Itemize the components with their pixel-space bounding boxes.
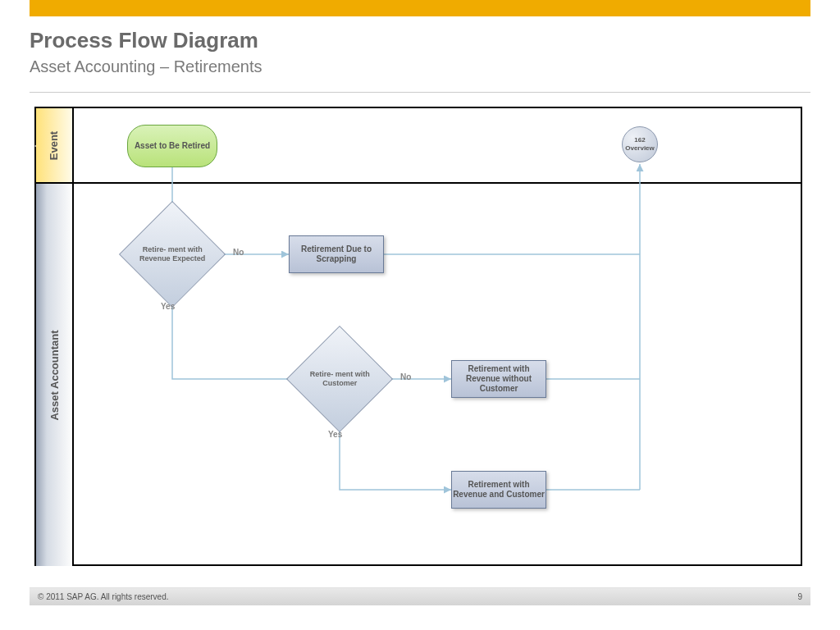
- node-decision-revenue-label: Retire- ment with Revenue Expected: [135, 245, 209, 263]
- accent-bar: [30, 0, 810, 16]
- swimlane-event-label: Event: [48, 130, 61, 159]
- edge-d1-yes: Yes: [161, 302, 175, 311]
- node-revenue-customer-label: Retirement with Revenue and Customer: [452, 480, 546, 500]
- node-scrapping: Retirement Due to Scrapping: [289, 235, 384, 273]
- node-start-event: Asset to Be Retired: [127, 125, 217, 167]
- page-subtitle: Asset Accounting – Retirements: [30, 57, 262, 76]
- node-decision-customer: Retire- ment with Customer: [286, 326, 393, 432]
- swimlane-event: Event: [36, 108, 74, 182]
- diagram-frame: Event Asset Accountant Asset to Be Retir: [34, 107, 802, 566]
- node-revenue-no-customer: Retirement with Revenue without Customer: [451, 360, 546, 398]
- node-decision-revenue: Retire- ment with Revenue Expected: [119, 201, 226, 308]
- node-overview-label: 162 Overview: [623, 136, 657, 152]
- node-revenue-no-customer-label: Retirement with Revenue without Customer: [452, 364, 546, 394]
- footer-copyright: © 2011 SAP AG. All rights reserved.: [38, 592, 169, 601]
- node-start-label: Asset to Be Retired: [135, 141, 210, 151]
- swimlane-asset-label: Asset Accountant: [48, 330, 61, 420]
- footer-bar: © 2011 SAP AG. All rights reserved. 9: [30, 587, 810, 605]
- node-scrapping-label: Retirement Due to Scrapping: [290, 244, 383, 264]
- node-decision-customer-label: Retire- ment with Customer: [303, 370, 377, 388]
- header-divider: [30, 92, 810, 93]
- footer-page-number: 9: [797, 592, 802, 601]
- edge-d1-no: No: [233, 248, 244, 257]
- page-title: Process Flow Diagram: [30, 28, 258, 53]
- edge-d2-yes: Yes: [328, 430, 342, 439]
- node-revenue-customer: Retirement with Revenue and Customer: [451, 471, 546, 509]
- connector-layer: [74, 108, 802, 566]
- swimlane-asset-accountant: Asset Accountant: [36, 182, 74, 566]
- edge-d2-no: No: [400, 372, 411, 381]
- node-overview: 162 Overview: [622, 126, 658, 162]
- swimlane-divider: [74, 182, 802, 184]
